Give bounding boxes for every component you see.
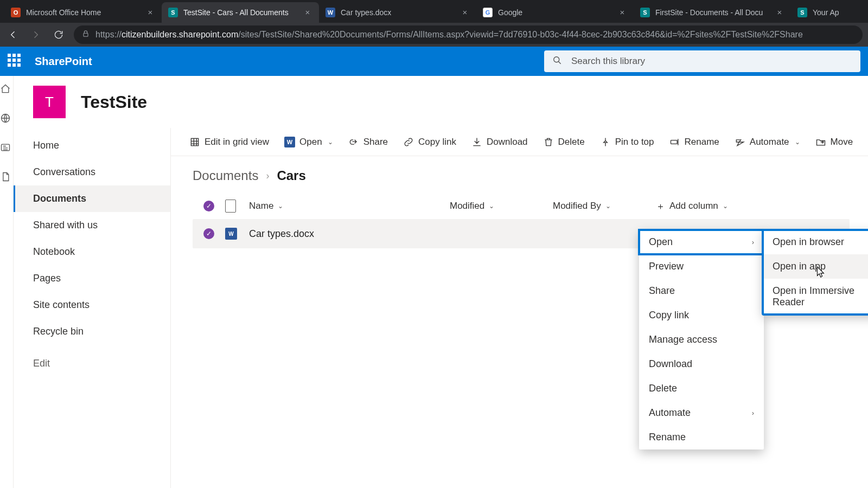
tab-favicon-office: O [11, 8, 21, 17]
back-button[interactable] [5, 27, 21, 42]
chevron-down-icon: ⌄ [489, 202, 494, 210]
nav-notebook[interactable]: Notebook [14, 239, 170, 265]
svg-rect-5 [671, 140, 677, 144]
browser-tab-0[interactable]: O Microsoft Office Home × [4, 2, 162, 23]
cmd-label: Pin to top [615, 137, 654, 147]
globe-icon[interactable] [0, 113, 13, 126]
nav-recycle-bin[interactable]: Recycle bin [14, 318, 170, 345]
url-bar[interactable]: https://citizenbuilders.sharepoint.com/s… [74, 25, 863, 44]
word-file-icon: W [225, 228, 237, 240]
ctx-rename[interactable]: Rename [639, 425, 764, 450]
context-submenu: Open in browser Open in app Open in Imme… [763, 230, 868, 314]
nav-site-contents[interactable]: Site contents [14, 292, 170, 318]
ctx-label: Open [649, 236, 673, 248]
row-checkbox[interactable]: ✓ [203, 228, 214, 239]
forward-button[interactable] [28, 27, 43, 42]
ctx-copylink[interactable]: Copy link [639, 303, 764, 328]
cmd-label: Delete [558, 137, 585, 147]
tab-title: Google [498, 8, 614, 17]
cmd-pin[interactable]: Pin to top [600, 137, 654, 147]
nav-pages[interactable]: Pages [14, 265, 170, 292]
tab-favicon-word: W [326, 8, 335, 17]
app-launcher-icon[interactable] [8, 54, 23, 69]
url-host: citizenbuilders.sharepoint.com [122, 30, 238, 40]
ctx-label: Delete [649, 383, 677, 394]
cmd-automate[interactable]: Automate ⌄ [735, 137, 800, 147]
chevron-right-icon: › [752, 409, 754, 417]
col-type-header[interactable] [225, 200, 249, 213]
nav-shared[interactable]: Shared with us [14, 212, 170, 239]
col-name-header[interactable]: Name⌄ [249, 201, 450, 211]
ctx-label: Manage access [649, 334, 717, 345]
tab-close-icon[interactable]: × [303, 8, 312, 17]
cmd-edit-grid[interactable]: Edit in grid view [189, 137, 269, 147]
ctx-label: Open in app [773, 261, 826, 272]
chevron-right-icon: › [752, 238, 754, 246]
select-all[interactable]: ✓ [193, 201, 225, 211]
site-name[interactable]: TestSite [81, 92, 147, 112]
ctx-open-browser[interactable]: Open in browser [763, 230, 868, 254]
ctx-label: Copy link [649, 310, 689, 321]
browser-tabs-bar: O Microsoft Office Home × S TestSite - C… [0, 0, 868, 23]
home-icon[interactable] [0, 84, 13, 97]
app-bar [0, 76, 14, 488]
cmd-label: Move [831, 137, 853, 147]
col-modified-header[interactable]: Modified⌄ [450, 201, 553, 211]
files-icon[interactable] [0, 171, 13, 184]
cmd-delete[interactable]: Delete [543, 137, 585, 147]
ctx-open-app[interactable]: Open in app [763, 254, 868, 279]
ctx-open[interactable]: Open› [639, 230, 764, 254]
cmd-download[interactable]: Download [471, 137, 528, 147]
site-header: T TestSite [14, 76, 868, 128]
ctx-share[interactable]: Share [639, 279, 764, 303]
nav-edit[interactable]: Edit [14, 350, 170, 377]
add-column[interactable]: ＋Add column⌄ [656, 200, 754, 213]
breadcrumb-root[interactable]: Documents [193, 168, 258, 183]
nav-home[interactable]: Home [14, 132, 170, 159]
search-box[interactable]: Search this library [544, 50, 860, 72]
suite-header: SharePoint Search this library [0, 47, 868, 76]
cmd-copylink[interactable]: Copy link [403, 137, 456, 147]
nav-conversations[interactable]: Conversations [14, 159, 170, 185]
ctx-automate[interactable]: Automate› [639, 401, 764, 425]
cmd-share[interactable]: Share [348, 137, 388, 147]
ctx-label: Rename [649, 432, 686, 443]
suite-title[interactable]: SharePoint [35, 55, 92, 68]
col-modifiedby-header[interactable]: Modified By⌄ [553, 201, 656, 211]
col-label: Name [249, 201, 273, 211]
browser-tab-2[interactable]: W Car types.docx × [319, 2, 476, 23]
tab-close-icon[interactable]: × [460, 8, 470, 17]
plus-icon: ＋ [656, 200, 665, 213]
browser-tab-4[interactable]: S FirstSite - Documents - All Docu × [634, 2, 791, 23]
svg-point-1 [554, 56, 559, 62]
browser-tab-1[interactable]: S TestSite - Cars - All Documents × [162, 2, 319, 23]
tab-favicon-google: G [483, 8, 493, 17]
tab-title: Your Ap [813, 8, 844, 17]
tab-title: TestSite - Cars - All Documents [183, 8, 299, 17]
ctx-preview[interactable]: Preview [639, 254, 764, 279]
file-name[interactable]: Car types.docx [249, 228, 314, 240]
tab-close-icon[interactable]: × [617, 8, 627, 17]
lock-icon [81, 29, 90, 40]
tab-close-icon[interactable]: × [145, 8, 155, 17]
tab-close-icon[interactable]: × [775, 8, 784, 17]
list-header: ✓ Name⌄ Modified⌄ Modified By⌄ ＋Add colu… [193, 193, 850, 219]
cmd-move[interactable]: Move [815, 137, 853, 147]
col-label: Add column [669, 201, 718, 211]
context-menu: Open› Preview Share Copy link Manage acc… [639, 230, 764, 450]
ctx-open-immersive[interactable]: Open in Immersive Reader [763, 279, 868, 314]
cmd-open[interactable]: W Open ⌄ [284, 137, 333, 147]
ctx-manage-access[interactable]: Manage access [639, 328, 764, 352]
browser-tab-5[interactable]: S Your Ap [791, 2, 851, 23]
nav-documents[interactable]: Documents [14, 185, 170, 212]
breadcrumb: Documents › Cars [171, 156, 868, 189]
news-icon[interactable] [0, 142, 13, 155]
site-logo[interactable]: T [33, 86, 66, 118]
reload-button[interactable] [51, 27, 66, 42]
browser-tab-3[interactable]: G Google × [476, 2, 634, 23]
ctx-download[interactable]: Download [639, 352, 764, 376]
search-icon [552, 55, 563, 68]
check-icon: ✓ [203, 201, 214, 211]
cmd-rename[interactable]: Rename [669, 137, 719, 147]
ctx-delete[interactable]: Delete [639, 376, 764, 401]
